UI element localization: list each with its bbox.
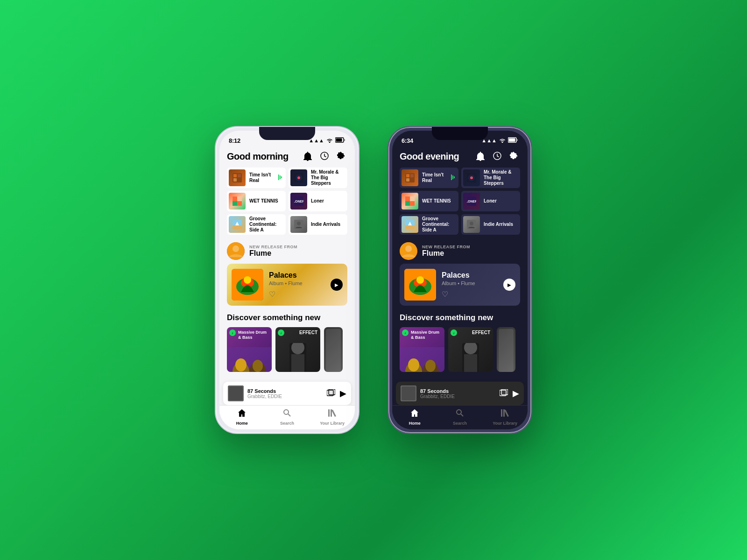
play-button-light[interactable]: ▶	[331, 279, 343, 291]
svg-rect-17	[237, 196, 242, 201]
nav-search-label-dark: Search	[453, 421, 467, 426]
now-playing-bar-dark[interactable]: 87 Seconds Grabbitz, EDDIE ▶	[396, 382, 524, 405]
spotify-logo-2-dark: ♪	[451, 329, 457, 336]
heart-button-light[interactable]: ♡	[269, 290, 275, 299]
nav-library-dark[interactable]: Your Library	[482, 408, 528, 426]
album-card-dark[interactable]: Palaces Album • Flume ♡ ▶	[400, 264, 520, 306]
bell-icon[interactable]	[303, 152, 314, 162]
bell-icon-dark[interactable]	[476, 152, 486, 162]
play-indicator-time-dark	[451, 174, 455, 182]
svg-rect-8	[278, 175, 279, 180]
label-loner: Loner	[311, 198, 324, 204]
thumb-mr-morale-dark	[463, 169, 480, 186]
svg-rect-40	[229, 386, 243, 400]
artist-name-flume-dark: Flume	[422, 249, 470, 258]
nav-search-dark[interactable]: Search	[437, 408, 483, 426]
play-button-dark[interactable]: ▶	[503, 279, 515, 291]
notch-dark	[432, 127, 488, 140]
quick-item-wet-tennis[interactable]: WET TENNIS	[227, 191, 286, 211]
quick-item-morale[interactable]: Mr. Morale & The Big Steppers	[289, 168, 347, 188]
svg-rect-42	[329, 389, 335, 395]
now-playing-actions-light: ▶	[327, 388, 346, 399]
svg-rect-88	[501, 389, 508, 395]
svg-point-71	[470, 222, 473, 225]
svg-text:LONER: LONER	[467, 200, 476, 203]
svg-rect-7	[238, 178, 241, 182]
quick-item-time-dark[interactable]: Time Isn't Real	[400, 168, 458, 188]
label-mr-morale: Mr. Morale & The Big Steppers	[311, 169, 344, 186]
nav-library-light[interactable]: Your Library	[310, 408, 355, 426]
quick-item-morale-dark[interactable]: Mr. Morale & The Big Steppers	[461, 168, 520, 188]
bottom-nav-dark: Home Search Your Library	[392, 405, 528, 429]
greeting-dark: Good evening	[400, 151, 459, 162]
discover-card-partial-light[interactable]	[324, 327, 343, 372]
svg-rect-55	[452, 175, 453, 179]
discover-card-partial-dark[interactable]	[497, 327, 515, 372]
svg-rect-90	[501, 409, 502, 417]
clock-icon[interactable]	[320, 152, 331, 162]
album-info-dark: Palaces Album • Flume ♡	[442, 271, 498, 299]
nav-home-dark[interactable]: Home	[392, 408, 437, 426]
nav-search-light[interactable]: Search	[265, 408, 310, 426]
discover-card-drum-bass-light[interactable]: ♪ Massive Drum & Bass	[227, 327, 272, 372]
new-release-header-light: NEW RELEASE FROM Flume	[227, 242, 347, 260]
album-card-light[interactable]: Palaces Album • Flume ♡ ▶	[227, 264, 347, 306]
album-sub-light: Album • Flume	[269, 280, 325, 286]
now-playing-bar-light[interactable]: 87 Seconds Grabbitz, EDDIE ▶	[223, 382, 351, 405]
now-playing-info-light: 87 Seconds Grabbitz, EDDIE	[247, 388, 323, 399]
clock-icon-dark[interactable]	[493, 152, 503, 162]
discover-card-drum-bass-dark[interactable]: ♪ Massive Drum & Bass	[400, 327, 444, 372]
screen: 8:12 ▲▲▲	[219, 131, 355, 429]
flume-avatar-dark	[400, 242, 417, 260]
home-icon-light	[237, 408, 247, 420]
status-time-dark: 6:34	[402, 137, 413, 144]
quick-item-loner[interactable]: LONER Loner	[289, 191, 347, 211]
quick-item-wet-tennis-dark[interactable]: WET TENNIS	[400, 191, 458, 211]
quick-item-groove[interactable]: Groove Continental: Side A	[227, 214, 286, 235]
artist-name-flume-light: Flume	[249, 249, 297, 258]
thumb-wet-tennis-dark	[402, 193, 418, 210]
svg-rect-47	[509, 139, 515, 142]
now-playing-info-dark: 87 Seconds Grabbitz, EDDIE	[420, 388, 496, 399]
svg-rect-62	[410, 201, 415, 206]
nav-home-light[interactable]: Home	[219, 408, 265, 426]
quick-item-indie[interactable]: Indie Arrivals	[289, 214, 347, 235]
label-groove-continental: Groove Continental: Side A	[249, 216, 282, 233]
wifi-icon	[326, 138, 333, 144]
gear-icon-dark[interactable]	[510, 152, 520, 162]
gear-icon[interactable]	[337, 152, 347, 162]
heart-button-dark[interactable]: ♡	[442, 290, 448, 299]
quick-item-loner-dark[interactable]: LONER Loner	[461, 191, 520, 211]
header-icons	[303, 152, 347, 162]
svg-rect-9	[280, 175, 281, 179]
album-actions-light: ♡	[269, 290, 325, 299]
discover-card-effect-light[interactable]: ♪ EFFECT	[275, 327, 320, 372]
nav-search-label-light: Search	[280, 421, 294, 426]
connect-icon-light[interactable]	[327, 389, 335, 398]
svg-rect-64	[405, 201, 410, 206]
svg-point-77	[416, 276, 424, 284]
svg-rect-68	[405, 225, 415, 229]
svg-rect-84	[464, 354, 477, 372]
spotify-logo-1-light: ♪	[229, 329, 236, 336]
search-icon-light	[282, 408, 292, 420]
quick-item-groove-dark[interactable]: Groove Continental: Side A	[400, 214, 458, 235]
svg-rect-52	[406, 178, 409, 182]
thumb-mr-morale	[290, 169, 307, 186]
play-pause-icon-dark[interactable]: ▶	[513, 388, 519, 399]
thumb-loner: LONER	[290, 193, 307, 210]
label-wet-tennis-dark: WET TENNIS	[422, 198, 451, 204]
quick-item-indie-dark[interactable]: Indie Arrivals	[461, 214, 520, 235]
connect-icon-dark[interactable]	[500, 389, 508, 398]
discover-card-effect-dark[interactable]: ♪ EFFECT	[448, 327, 493, 372]
card-label-drum-bass-light: Massive Drum & Bass	[238, 330, 270, 340]
new-release-text-light: NEW RELEASE FROM Flume	[249, 245, 297, 258]
quick-item-time[interactable]: Time Isn't Real	[227, 168, 286, 188]
greeting-light: Good morning	[227, 151, 289, 162]
svg-point-59	[470, 176, 473, 179]
search-icon-dark	[455, 408, 465, 420]
status-icons: ▲▲▲	[309, 137, 345, 144]
svg-rect-38	[291, 354, 304, 372]
play-pause-icon-light[interactable]: ▶	[340, 388, 346, 399]
wifi-icon-dark	[499, 138, 506, 144]
